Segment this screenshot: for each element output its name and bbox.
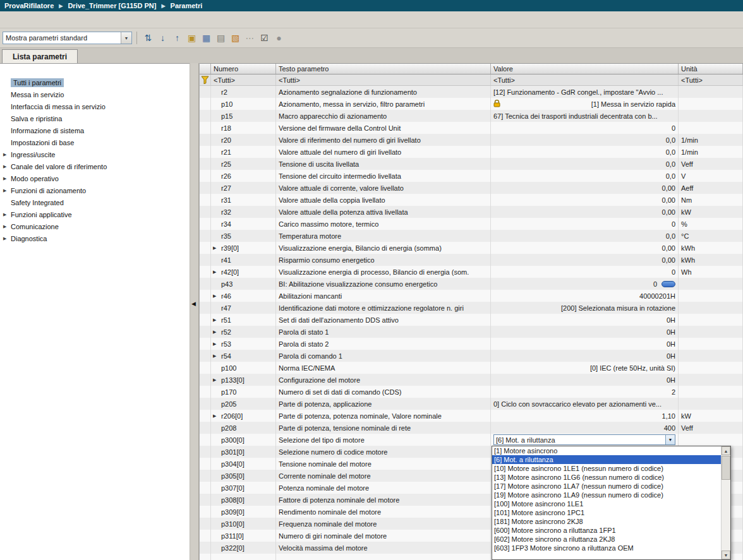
dropdown-item[interactable]: [13] Motore asincrono 1LG6 (nessun numer… [492,473,721,482]
table-row[interactable]: ▶r39[0]Visualizzazione energia, Bilancio… [200,242,743,254]
collapse-pane-icon[interactable]: ◀ [191,301,196,307]
breadcrumb-item[interactable]: Drive_Trimmer [G115D PN] [68,2,156,9]
sidebar-item[interactable]: ▶Ingressi/uscite [0,148,190,160]
export-values-icon[interactable]: ↑ [171,32,184,45]
value-cell[interactable]: 0] Ciclo con sovraccarico elevato per az… [491,398,679,410]
table-row[interactable]: r21Valore attuale del numero di giri liv… [200,146,743,158]
value-cell[interactable]: [0] IEC (rete 50Hz, unità SI) [491,362,679,374]
bico-connector-badge[interactable] [661,281,675,287]
pane-splitter[interactable]: ◀ [190,63,199,560]
expand-row-icon[interactable]: ▶ [213,318,220,323]
value-cell[interactable]: 0 [491,122,679,134]
new-object-icon[interactable]: ▣ [185,32,198,45]
table-row[interactable]: p208Parte di potenza, tensione nominale … [200,422,743,434]
expand-arrow-icon[interactable]: ▶ [3,188,11,193]
sidebar-item[interactable]: ▶Canale del valore di riferimento [0,160,190,172]
import-values-icon[interactable]: ↓ [156,32,169,45]
edit-disabled-icon[interactable]: ⋯ [243,32,257,45]
value-cell[interactable]: 0H [491,338,679,350]
value-cell[interactable]: 0 [491,278,679,290]
table-row[interactable]: r32Valore attuale della potenza attiva l… [200,206,743,218]
sidebar-item[interactable]: ▶Comunicazione [0,220,190,232]
combobox-dropdown-button[interactable]: ▼ [665,435,675,444]
value-cell[interactable]: 67] Tecnica dei trasporti industriali de… [491,110,679,122]
table-row[interactable]: ▶r42[0]Visualizzazione energia di proces… [200,266,743,278]
value-cell[interactable]: [12] Funzionamento - GdR congel., impost… [491,86,679,98]
save-all-icon[interactable]: ▤ [214,32,227,45]
table-row[interactable]: p43BI: Abilitazione visualizzazione cons… [200,278,743,290]
sidebar-item[interactable]: Informazione di sistema [0,124,190,136]
dropdown-item[interactable]: [181] Motore asincrono 2KJ8 [492,517,721,526]
dropdown-item[interactable]: [6] Mot. a riluttanza [492,455,721,464]
expand-arrow-icon[interactable]: ▶ [3,152,11,157]
scroll-up-icon[interactable]: ▲ [722,446,730,455]
filter-valore[interactable]: <Tutti> [491,74,679,85]
dropdown-item[interactable] [492,552,721,559]
header-unita[interactable]: Unità [679,64,743,74]
breadcrumb-item[interactable]: Parametri [171,2,203,9]
scroll-down-icon[interactable]: ▼ [722,551,730,559]
value-cell[interactable]: 0 [491,218,679,230]
dropdown-item[interactable]: [100] Motore asincrono 1LE1 [492,499,721,508]
header-valore[interactable]: Valore [491,64,679,74]
table-row[interactable]: ▶r53Parola di stato 20H [200,338,743,350]
dropdown-item[interactable]: [600] Motore sincrono a riluttanza 1FP1 [492,526,721,535]
table-row[interactable]: ▶r52Parola di stato 10H [200,326,743,338]
sidebar-item[interactable]: ▶Funzioni di azionamento [0,184,190,196]
value-cell[interactable]: 0,00 [491,242,679,254]
sidebar-item[interactable]: Salva e ripristina [0,112,190,124]
value-cell[interactable]: [1] Messa in servizio rapida [491,98,679,110]
value-cell[interactable]: 0H [491,374,679,386]
table-row[interactable]: r34Carico massimo motore, termico0% [200,218,743,230]
table-row[interactable]: r18Versione del firmware della Control U… [200,122,743,134]
accept-values-icon[interactable]: ☑ [258,32,271,45]
chevron-down-icon[interactable]: ▼ [121,32,131,44]
header-testo-parametro[interactable]: Testo parametro [276,64,491,74]
scrollbar-thumb[interactable] [722,456,730,480]
table-row[interactable]: r26Tensione del circuito intermedio live… [200,170,743,182]
filter-testo[interactable]: <Tutti> [276,74,491,85]
dropdown-scrollbar[interactable]: ▲ ▼ [721,446,730,559]
table-row[interactable]: r35Temperatura motore0,0°C [200,230,743,242]
value-cell[interactable]: 0,0 [491,134,679,146]
table-row[interactable]: p170Numero di set di dati di comando (CD… [200,386,743,398]
table-row[interactable]: r20Valore di riferimento del numero di g… [200,134,743,146]
value-cell[interactable]: 0H [491,350,679,362]
tab-lista-parametri[interactable]: Lista parametri [2,49,78,63]
expand-arrow-icon[interactable]: ▶ [3,236,11,241]
value-cell[interactable]: 0,0 [491,146,679,158]
value-cell[interactable]: [6] Mot. a riluttanza▼ [491,434,679,446]
table-row[interactable]: r25Tensione di uscita livellata0,0Veff [200,158,743,170]
table-row[interactable]: r2Azionamento segnalazione di funzioname… [200,86,743,98]
value-cell[interactable]: 0H [491,326,679,338]
header-numero[interactable]: Numero [211,64,276,74]
table-row[interactable]: p15Macro apparecchio di azionamento67] T… [200,110,743,122]
dropdown-item[interactable]: [602] Motore sincrono a riluttanza 2KJ8 [492,535,721,544]
sidebar-item[interactable]: ▶Modo operativo [0,172,190,184]
value-cell[interactable]: 0,00 [491,206,679,218]
expand-arrow-icon[interactable]: ▶ [3,224,11,229]
expand-row-icon[interactable]: ▶ [213,342,220,347]
table-row[interactable]: ▶r54Parola di comando 10H [200,350,743,362]
value-cell[interactable]: 0 [491,266,679,278]
sidebar-item[interactable]: Impostazioni di base [0,136,190,148]
value-cell[interactable]: 400 [491,422,679,434]
expand-row-icon[interactable]: ▶ [213,246,220,251]
table-row[interactable]: p300[0]Selezione del tipo di motore[6] M… [200,434,743,446]
sidebar-item[interactable]: Safety Integrated [0,196,190,208]
table-row[interactable]: p100Norma IEC/NEMA[0] IEC (rete 50Hz, un… [200,362,743,374]
dropdown-item[interactable]: [101] Motore asincrono 1PC1 [492,508,721,517]
expand-row-icon[interactable]: ▶ [213,354,220,359]
table-row[interactable]: r31Valore attuale della coppia livellato… [200,194,743,206]
table-row[interactable]: ▶p133[0]Configurazione del motore0H [200,374,743,386]
save-icon[interactable]: ▦ [200,32,213,45]
sidebar-item[interactable]: Tutti i parametri [0,76,190,88]
value-cell[interactable]: 0,0 [491,170,679,182]
value-cell[interactable]: 40000201H [491,290,679,302]
value-cell[interactable]: 0H [491,314,679,326]
sidebar-item[interactable]: Interfaccia di messa in servizio [0,100,190,112]
table-row[interactable]: r41Risparmio consumo energetico0,00kWh [200,254,743,266]
value-cell[interactable]: 0,0 [491,158,679,170]
value-cell[interactable]: 0,00 [491,194,679,206]
dropdown-item[interactable]: [10] Motore asincrono 1LE1 (nessun numer… [492,464,721,473]
